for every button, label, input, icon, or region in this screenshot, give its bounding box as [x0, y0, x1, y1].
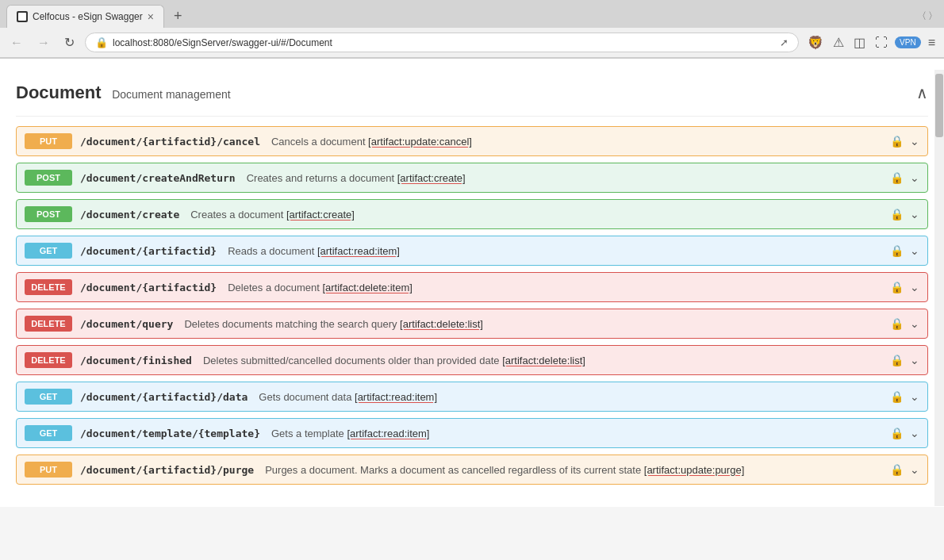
browser-chrome: Celfocus - eSign Swagger × + 〈 〉 ← → ↻ 🔒…: [0, 0, 944, 59]
endpoint-actions: 🔒 ⌄: [890, 208, 919, 221]
endpoint-expand-icon[interactable]: ⌄: [910, 135, 919, 148]
method-badge: GET: [25, 425, 72, 441]
endpoint-actions: 🔒 ⌄: [890, 317, 919, 330]
endpoint-row[interactable]: POST /document/create Creates a document…: [16, 199, 928, 229]
endpoint-lock-icon[interactable]: 🔒: [890, 281, 904, 293]
new-tab-button[interactable]: +: [167, 5, 189, 28]
endpoint-expand-icon[interactable]: ⌄: [910, 354, 919, 366]
endpoint-expand-icon[interactable]: ⌄: [910, 390, 919, 403]
endpoint-path: /document/template/{template}: [80, 428, 260, 439]
endpoint-description: Deletes documents matching the search qu…: [184, 318, 482, 330]
method-badge: PUT: [25, 133, 72, 149]
endpoint-lock-icon[interactable]: 🔒: [890, 208, 904, 221]
scrollbar-thumb[interactable]: [935, 74, 943, 137]
endpoint-row[interactable]: GET /document/{artifactid} Reads a docum…: [16, 236, 928, 266]
endpoint-description: Purges a document. Marks a document as c…: [265, 464, 744, 476]
endpoint-path: /document/finished: [80, 355, 192, 366]
reading-mode-icon[interactable]: ◫: [851, 33, 868, 52]
endpoint-actions: 🔒 ⌄: [890, 354, 919, 366]
lock-icon: 🔒: [95, 36, 108, 48]
endpoint-lock-icon[interactable]: 🔒: [890, 317, 904, 330]
tab-scroll-arrows: 〈 〉: [917, 10, 938, 23]
endpoint-expand-icon[interactable]: ⌄: [910, 244, 919, 257]
warning-icon[interactable]: ⚠: [831, 33, 846, 52]
endpoint-lock-icon[interactable]: 🔒: [890, 354, 904, 366]
tab-close-button[interactable]: ×: [148, 10, 154, 23]
section-title-area: Document Document management: [16, 82, 231, 103]
endpoint-actions: 🔒 ⌄: [890, 390, 919, 403]
endpoint-row[interactable]: POST /document/createAndReturn Creates a…: [16, 163, 928, 193]
endpoint-lock-icon[interactable]: 🔒: [890, 463, 904, 476]
scrollbar[interactable]: [934, 70, 944, 506]
endpoint-row[interactable]: PUT /document/{artifactid}/purge Purges …: [16, 455, 928, 485]
endpoint-lock-icon[interactable]: 🔒: [890, 135, 904, 148]
forward-button[interactable]: →: [33, 34, 54, 52]
share-icon[interactable]: ➚: [780, 36, 789, 48]
endpoint-row[interactable]: DELETE /document/{artifactid} Deletes a …: [16, 272, 928, 302]
endpoint-expand-icon[interactable]: ⌄: [910, 208, 919, 221]
menu-icon[interactable]: ≡: [926, 33, 938, 52]
tab-bar: Celfocus - eSign Swagger × + 〈 〉: [0, 0, 944, 28]
method-badge: PUT: [25, 462, 72, 478]
endpoint-actions: 🔒 ⌄: [890, 244, 919, 257]
endpoint-expand-icon[interactable]: ⌄: [910, 281, 919, 293]
method-badge: POST: [25, 206, 72, 222]
endpoint-path: /document/{artifactid}: [80, 245, 217, 257]
endpoint-actions: 🔒 ⌄: [890, 281, 919, 293]
endpoint-row[interactable]: DELETE /document/finished Deletes submit…: [16, 345, 928, 375]
address-icons: ➚: [780, 36, 789, 48]
endpoint-tag: [artifact:read:item]: [317, 245, 400, 257]
vpn-badge[interactable]: VPN: [895, 36, 921, 48]
section-subtitle: Document management: [112, 88, 230, 101]
endpoints-list: PUT /document/{artifactid}/cancel Cancel…: [16, 126, 928, 485]
endpoint-expand-icon[interactable]: ⌄: [910, 317, 919, 330]
endpoint-expand-icon[interactable]: ⌄: [910, 427, 919, 439]
endpoint-description: Reads a document [artifact:read:item]: [228, 245, 400, 257]
active-tab[interactable]: Celfocus - eSign Swagger ×: [6, 5, 164, 28]
endpoint-row[interactable]: GET /document/template/{template} Gets a…: [16, 418, 928, 448]
endpoint-tag: [artifact:create]: [397, 172, 466, 184]
method-badge: GET: [25, 389, 72, 405]
endpoint-description: Creates and returns a document [artifact…: [247, 172, 466, 184]
toolbar-icons: 🦁 ⚠ ◫ ⛶ VPN ≡: [805, 33, 938, 52]
back-button[interactable]: ←: [6, 34, 27, 52]
endpoint-lock-icon[interactable]: 🔒: [890, 171, 904, 184]
brave-shield-icon[interactable]: 🦁: [805, 33, 826, 52]
endpoint-description: Gets document data [artifact:read:item]: [259, 391, 437, 403]
nav-bar: ← → ↻ 🔒 localhost:8080/eSignServer/swagg…: [0, 28, 944, 58]
endpoint-tag: [artifact:read:item]: [355, 391, 437, 403]
endpoint-path: /document/{artifactid}: [80, 282, 217, 293]
endpoint-row[interactable]: DELETE /document/query Deletes documents…: [16, 309, 928, 339]
endpoint-lock-icon[interactable]: 🔒: [890, 427, 904, 439]
reload-button[interactable]: ↻: [60, 33, 79, 52]
endpoint-actions: 🔒 ⌄: [890, 427, 919, 439]
endpoint-expand-icon[interactable]: ⌄: [910, 171, 919, 184]
endpoint-description: Deletes submitted/cancelled documents ol…: [203, 355, 585, 366]
endpoint-expand-icon[interactable]: ⌄: [910, 463, 919, 476]
tab-right-arrow[interactable]: 〉: [928, 10, 938, 23]
tab-left-arrow[interactable]: 〈: [917, 10, 927, 23]
method-badge: DELETE: [25, 352, 72, 368]
endpoint-actions: 🔒 ⌄: [890, 171, 919, 184]
endpoint-lock-icon[interactable]: 🔒: [890, 244, 904, 257]
collapse-button[interactable]: ∧: [916, 83, 928, 102]
endpoint-description: Deletes a document [artifact:delete:item…: [228, 282, 413, 293]
endpoint-tag: [artifact:update:purge]: [644, 464, 744, 476]
endpoint-row[interactable]: PUT /document/{artifactid}/cancel Cancel…: [16, 126, 928, 156]
address-bar[interactable]: 🔒 localhost:8080/eSignServer/swagger-ui/…: [85, 33, 799, 52]
endpoint-tag: [artifact:read:item]: [347, 428, 429, 439]
endpoint-path: /document/query: [80, 318, 173, 330]
endpoint-actions: 🔒 ⌄: [890, 463, 919, 476]
endpoint-description: Cancels a document [artifact:update:canc…: [271, 136, 472, 148]
endpoint-path: /document/createAndReturn: [80, 172, 236, 184]
endpoint-lock-icon[interactable]: 🔒: [890, 390, 904, 403]
endpoint-description: Gets a template [artifact:read:item]: [271, 428, 429, 439]
tab-favicon: [17, 11, 28, 22]
endpoint-tag: [artifact:delete:item]: [322, 282, 412, 293]
endpoint-row[interactable]: GET /document/{artifactid}/data Gets doc…: [16, 382, 928, 412]
endpoint-tag: [artifact:delete:list]: [502, 355, 585, 366]
screenshot-icon[interactable]: ⛶: [873, 33, 890, 52]
endpoint-description: Creates a document [artifact:create]: [190, 209, 355, 221]
endpoint-path: /document/create: [80, 209, 179, 221]
endpoint-tag: [artifact:create]: [286, 209, 355, 221]
